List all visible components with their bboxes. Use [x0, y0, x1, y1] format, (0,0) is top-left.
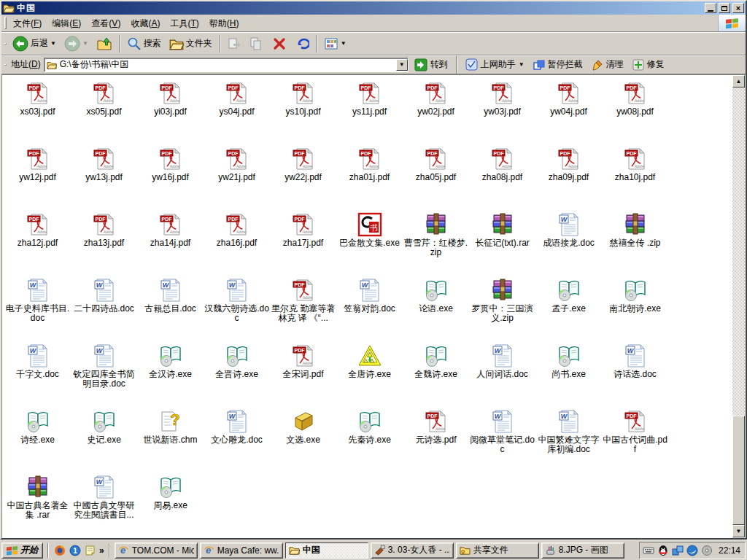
- file-item[interactable]: 慈禧全传 .zip: [602, 211, 668, 276]
- file-item[interactable]: ?世说新语.chm: [137, 408, 204, 473]
- file-item[interactable]: 史记.exe: [71, 408, 137, 473]
- scroll-up-button[interactable]: ▲: [732, 75, 745, 88]
- toolbar-grip[interactable]: [4, 43, 7, 44]
- file-item[interactable]: PDFAdobeys11j.pdf: [336, 79, 403, 145]
- menu-item-help[interactable]: 帮助(H): [204, 15, 244, 31]
- title-bar[interactable]: 中国 ×: [1, 1, 746, 15]
- file-item[interactable]: 长征记(txt).rar: [469, 211, 535, 276]
- file-item[interactable]: PDFAdobezha16j.pdf: [204, 211, 270, 276]
- notes-quicklaunch-icon[interactable]: [84, 544, 97, 557]
- file-item[interactable]: 南北朝诗.exe: [602, 276, 668, 342]
- scroll-track[interactable]: [732, 88, 745, 525]
- scroll-thumb[interactable]: [732, 416, 745, 525]
- menu-item-favorites[interactable]: 收藏(A): [125, 15, 165, 31]
- file-item[interactable]: 文选.exe: [270, 408, 336, 473]
- taskbar-button[interactable]: eMaya Cafe: ww...: [200, 542, 283, 559]
- file-item[interactable]: PDFAdobezha09j.pdf: [535, 145, 602, 211]
- file-item[interactable]: W中國古典文學研究生閱讀書目...: [71, 473, 137, 537]
- network-blocks-icon[interactable]: [672, 545, 684, 556]
- keyboard-indicator-icon[interactable]: [643, 545, 654, 556]
- go-button[interactable]: 转到: [411, 58, 451, 72]
- file-item[interactable]: W二十四诗品.doc: [71, 276, 137, 342]
- menu-item-view[interactable]: 查看(V): [86, 15, 125, 31]
- file-item[interactable]: 全汉诗.exe: [137, 342, 204, 408]
- menu-item-edit[interactable]: 编辑(E): [47, 15, 86, 31]
- taskbar-button[interactable]: eTOM.COM - Mic...: [115, 542, 198, 559]
- file-item[interactable]: W电子史料库书目.doc: [4, 276, 71, 342]
- file-item[interactable]: 诗经.exe: [4, 408, 71, 473]
- file-item[interactable]: 论语.exe: [403, 276, 469, 342]
- back-button[interactable]: 后退 ▼: [9, 34, 60, 54]
- file-item[interactable]: PDFAdobeyw16j.pdf: [137, 145, 204, 211]
- file-item[interactable]: 全唐诗.exe: [336, 342, 403, 408]
- file-item[interactable]: 孟子.exe: [535, 276, 602, 342]
- volume-disc-icon[interactable]: [701, 545, 713, 556]
- scroll-down-button[interactable]: ▼: [732, 525, 745, 537]
- toolbar-grip[interactable]: [4, 64, 7, 66]
- file-item[interactable]: W千字文.doc: [4, 342, 71, 408]
- file-item[interactable]: PDFAdobezha17j.pdf: [270, 211, 336, 276]
- file-item[interactable]: PDFAdobeyw22j.pdf: [270, 145, 336, 211]
- menu-item-file[interactable]: 文件(F): [8, 15, 47, 31]
- file-item[interactable]: PDFAdobeyw08j.pdf: [602, 79, 668, 145]
- repair-button[interactable]: 修复: [630, 58, 667, 71]
- file-item[interactable]: PDFAdobeyw03j.pdf: [469, 79, 535, 145]
- one-badge-quicklaunch-icon[interactable]: 1: [69, 544, 82, 557]
- restore-button[interactable]: [719, 3, 730, 13]
- back-dropdown-icon[interactable]: ▼: [50, 41, 56, 47]
- views-dropdown-icon[interactable]: ▼: [341, 41, 347, 47]
- forward-dropdown-icon[interactable]: ▼: [82, 41, 88, 47]
- file-item[interactable]: PDFAdobe中国古代词曲.pdf: [602, 408, 668, 473]
- minimize-button[interactable]: [705, 3, 716, 13]
- move-to-button[interactable]: [223, 34, 245, 54]
- copy-to-button[interactable]: [246, 34, 268, 54]
- file-item[interactable]: PDFAdobeyw04j.pdf: [535, 79, 602, 145]
- file-item[interactable]: W成语接龙.doc: [535, 211, 602, 276]
- file-item[interactable]: PDFAdobeys10j.pdf: [270, 79, 336, 145]
- file-item[interactable]: W诗话选.doc: [602, 342, 668, 408]
- taskbar-button[interactable]: 中国: [285, 542, 368, 559]
- toolbar-grip[interactable]: [4, 17, 7, 29]
- file-item[interactable]: 尚书.exe: [535, 342, 602, 408]
- web-assistant-dropdown-icon[interactable]: ▼: [519, 62, 525, 68]
- menu-item-tools[interactable]: 工具(T): [165, 15, 204, 31]
- web-assistant-button[interactable]: 上网助手 ▼: [462, 58, 527, 71]
- views-button[interactable]: ▼: [320, 34, 350, 54]
- folders-button[interactable]: 文件夹: [166, 34, 216, 54]
- file-item[interactable]: PDFAdobezha10j.pdf: [602, 145, 668, 211]
- quicklaunch-overflow-chevron[interactable]: »: [99, 545, 104, 556]
- vertical-scrollbar[interactable]: ▲ ▼: [732, 75, 745, 537]
- search-button[interactable]: 搜索: [123, 34, 165, 54]
- file-item[interactable]: PDFAdobezha05j.pdf: [403, 145, 469, 211]
- file-item[interactable]: W阅微草堂笔记.doc: [469, 408, 535, 473]
- file-item[interactable]: PDFAdobezha01j.pdf: [336, 145, 403, 211]
- file-item[interactable]: W笠翁对韵.doc: [336, 276, 403, 342]
- file-item[interactable]: 书巴金散文集.exe: [336, 211, 403, 276]
- forward-button[interactable]: ▼: [61, 34, 92, 54]
- taskbar-button[interactable]: 8.JPG - 画图: [541, 542, 624, 559]
- file-item[interactable]: PDFAdobeyi03j.pdf: [137, 79, 204, 145]
- file-item[interactable]: PDFAdobexs03j.pdf: [4, 79, 71, 145]
- file-item[interactable]: PDFAdobezha14j.pdf: [137, 211, 204, 276]
- file-item[interactable]: W古籍总目.doc: [137, 276, 204, 342]
- file-item[interactable]: 先秦诗.exe: [336, 408, 403, 473]
- address-dropdown-button[interactable]: ▼: [396, 59, 408, 71]
- file-item[interactable]: 中国古典名著全集 .rar: [4, 473, 71, 537]
- undo-button[interactable]: [291, 34, 313, 54]
- file-item[interactable]: PDFAdobexs05j.pdf: [71, 79, 137, 145]
- file-item[interactable]: PDFAdobeyw21j.pdf: [204, 145, 270, 211]
- taskbar-button[interactable]: 共享文件: [456, 542, 539, 559]
- file-item[interactable]: W文心雕龙.doc: [204, 408, 270, 473]
- firefox-quicklaunch-icon[interactable]: [53, 544, 66, 557]
- file-item[interactable]: PDFAdobezha12j.pdf: [4, 211, 71, 276]
- file-item[interactable]: PDFAdobeyw12j.pdf: [4, 145, 71, 211]
- address-input[interactable]: G:\备份\书籍\中国 ▼: [44, 58, 409, 72]
- delete-button[interactable]: [268, 34, 290, 54]
- file-item[interactable]: 全晋诗.exe: [204, 342, 270, 408]
- file-item[interactable]: PDFAdobe里尔克 勤塞等著 林克 译 《“...: [270, 276, 336, 342]
- qq-messenger-icon[interactable]: [657, 545, 669, 556]
- file-item[interactable]: PDFAdobeyw02j.pdf: [403, 79, 469, 145]
- file-item[interactable]: 曹雪芹：红楼梦.zip: [403, 211, 469, 276]
- messenger-globe-icon[interactable]: [686, 545, 698, 556]
- close-button[interactable]: ×: [732, 3, 744, 13]
